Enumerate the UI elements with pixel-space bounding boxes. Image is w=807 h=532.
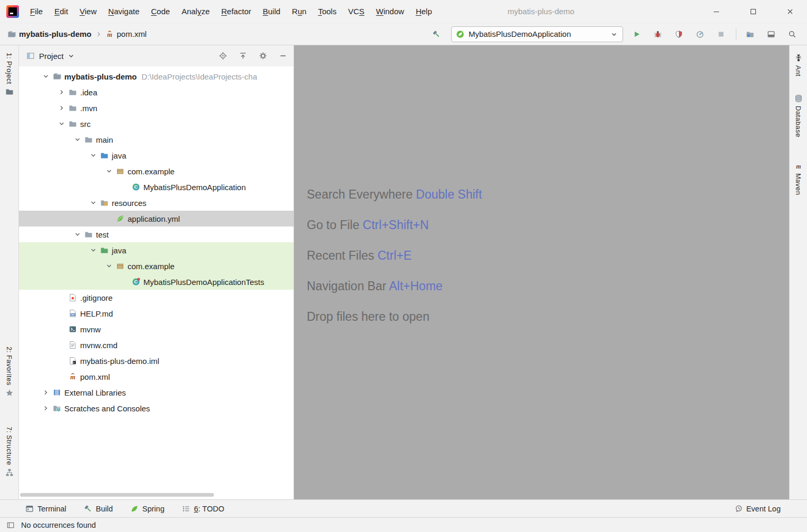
tool-stripe-button-2-favorites[interactable]: 2: Favorites <box>5 347 14 397</box>
project-view-selector[interactable]: Project <box>39 52 64 61</box>
tree-row-com-example[interactable]: com.example <box>19 163 294 179</box>
chevron-down-icon[interactable] <box>71 230 84 239</box>
maximize-button[interactable] <box>742 0 765 23</box>
coverage-icon <box>675 30 683 38</box>
chevron-down-icon[interactable] <box>67 52 75 60</box>
run-configuration-select[interactable]: MybatisPlusDemoApplication <box>451 26 623 42</box>
chevron-down-icon <box>610 30 618 38</box>
chevron-down-icon[interactable] <box>86 151 100 160</box>
menu-edit[interactable]: Edit <box>48 0 74 23</box>
tool-window-button-build[interactable]: Build <box>84 505 113 513</box>
tree-row-pom-xml[interactable]: mpom.xml <box>19 369 294 385</box>
tree-row-mybatisplusdemoapplication[interactable]: CMybatisPlusDemoApplication <box>19 179 294 195</box>
tree-node-label: main <box>96 135 113 144</box>
tool-window-button-terminal[interactable]: Terminal <box>25 505 66 513</box>
tree-row-help-md[interactable]: MDHELP.md <box>19 306 294 321</box>
tree-row-application-yml[interactable]: application.yml <box>19 211 294 226</box>
settings-button[interactable] <box>259 52 267 60</box>
collapse-all-button[interactable] <box>239 52 247 60</box>
chevron-down-icon[interactable] <box>102 262 116 270</box>
menu-vcs[interactable]: VCS <box>342 0 370 23</box>
horizontal-scrollbar-thumb[interactable] <box>20 493 214 497</box>
breadcrumb-separator-icon <box>94 30 103 38</box>
breadcrumb: mybatis-plus-demompom.xml <box>7 29 147 38</box>
tree-row-mvnw-cmd[interactable]: mvnw.cmd <box>19 337 294 353</box>
tool-window-button-6-todo[interactable]: 6: TODO <box>182 505 225 513</box>
hide-panel-button[interactable] <box>279 52 287 60</box>
hammer-icon <box>84 505 92 513</box>
ant-icon <box>794 54 803 62</box>
tree-row-resources[interactable]: resources <box>19 195 294 211</box>
tool-stripe-button-maven[interactable]: mMaven <box>794 162 803 195</box>
menu-code[interactable]: Code <box>145 0 176 23</box>
profiler-button[interactable] <box>693 27 707 42</box>
tool-windows-button[interactable] <box>764 27 779 42</box>
breadcrumb-item-pom-xml[interactable]: mpom.xml <box>105 29 147 38</box>
menu-help[interactable]: Help <box>410 0 438 23</box>
search-everywhere-button[interactable] <box>785 27 800 42</box>
menu-build[interactable]: Build <box>257 0 286 23</box>
debug-button[interactable] <box>650 27 665 42</box>
tree-row-mybatis-plus-demo[interactable]: mybatis-plus-demoD:\IdeaProjects\IdeaPro… <box>19 68 294 84</box>
tree-row-com-example[interactable]: com.example <box>19 258 294 274</box>
chevron-right-icon[interactable] <box>39 404 53 412</box>
run-with-coverage-button[interactable] <box>672 27 686 42</box>
menu-tools[interactable]: Tools <box>312 0 342 23</box>
folder-icon <box>69 88 79 96</box>
menu-file[interactable]: File <box>24 0 48 23</box>
chevron-right-icon[interactable] <box>39 388 53 397</box>
breadcrumb-item-mybatis-plus-demo[interactable]: mybatis-plus-demo <box>7 29 92 38</box>
tree-row-mvnw[interactable]: mvnw <box>19 321 294 337</box>
status-widget-icon[interactable] <box>6 521 15 529</box>
resources-folder-icon <box>100 199 111 207</box>
tree-row-external-libraries[interactable]: External Libraries <box>19 385 294 400</box>
tree-row-main[interactable]: main <box>19 132 294 147</box>
spring-config-icon <box>116 214 127 223</box>
tree-node-label: test <box>96 230 109 239</box>
chevron-right-icon[interactable] <box>55 104 69 112</box>
chevron-down-icon[interactable] <box>102 167 116 175</box>
menu-view[interactable]: View <box>74 0 102 23</box>
tool-stripe-button-ant[interactable]: Ant <box>794 54 803 76</box>
tool-window-button-event-log[interactable]: Event Log <box>734 505 781 513</box>
folder-icon <box>84 135 95 144</box>
menu-analyze[interactable]: Analyze <box>176 0 215 23</box>
menu-window[interactable]: Window <box>370 0 410 23</box>
menu-run[interactable]: Run <box>286 0 313 23</box>
tool-stripe-button-1-project[interactable]: 1: Project <box>5 53 14 96</box>
chevron-down-icon[interactable] <box>39 72 53 81</box>
minimize-button[interactable] <box>705 0 728 23</box>
project-header-buttons <box>219 52 287 60</box>
project-structure-button[interactable] <box>743 27 757 42</box>
tree-row-mvn[interactable]: .mvn <box>19 100 294 116</box>
tree-row-java[interactable]: java <box>19 147 294 163</box>
tree-row-idea[interactable]: .idea <box>19 84 294 100</box>
tip-shortcut: Double Shift <box>416 188 482 201</box>
locate-file-button[interactable] <box>219 52 227 60</box>
tool-stripe-button-database[interactable]: Database <box>794 94 803 137</box>
project-tool-header: Project <box>19 45 294 66</box>
chevron-right-icon[interactable] <box>55 88 69 96</box>
tree-row-gitignore[interactable]: .gitignore <box>19 290 294 306</box>
chevron-down-icon[interactable] <box>86 246 100 254</box>
tree-row-src[interactable]: src <box>19 116 294 132</box>
tree-row-java[interactable]: java <box>19 242 294 258</box>
tree-row-scratches-and-consoles[interactable]: Scratches and Consoles <box>19 400 294 416</box>
run-configuration-label: MybatisPlusDemoApplication <box>469 29 571 38</box>
chevron-down-icon[interactable] <box>86 199 100 207</box>
tool-stripe-button-7-structure[interactable]: 7: Structure <box>5 427 14 477</box>
menu-refactor[interactable]: Refactor <box>216 0 257 23</box>
build-hammer-button[interactable] <box>429 27 444 42</box>
tree-row-mybatisplusdemoapplicationtests[interactable]: CMybatisPlusDemoApplicationTests <box>19 274 294 290</box>
tree-row-test[interactable]: test <box>19 226 294 242</box>
close-button[interactable] <box>779 0 802 23</box>
project-tool-window: Project mybatis-plus-demoD:\IdeaProjects… <box>19 45 294 499</box>
main-toolbar: mybatis-plus-demompom.xml MybatisPlusDem… <box>0 23 807 45</box>
tool-window-button-spring[interactable]: Spring <box>130 505 164 513</box>
chevron-down-icon[interactable] <box>55 120 69 128</box>
run-button[interactable] <box>629 27 644 42</box>
chevron-down-icon[interactable] <box>71 135 84 144</box>
tree-row-mybatis-plus-demo-iml[interactable]: mybatis-plus-demo.iml <box>19 353 294 369</box>
menu-navigate[interactable]: Navigate <box>102 0 145 23</box>
spring-boot-icon <box>456 30 464 38</box>
